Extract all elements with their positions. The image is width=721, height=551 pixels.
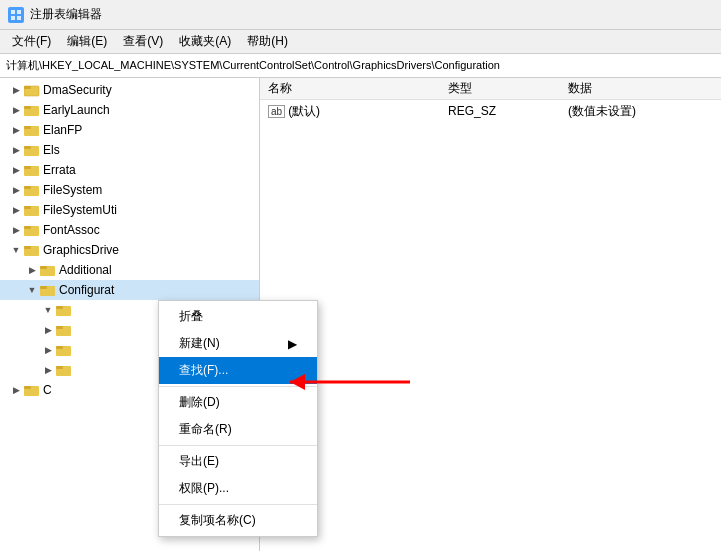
ctx-export[interactable]: 导出(E)	[159, 448, 317, 475]
svg-rect-24	[40, 266, 47, 269]
folder-icon	[24, 243, 40, 257]
tree-item-elanfp[interactable]: ▶ ElanFP	[0, 120, 259, 140]
ctx-separator-2	[159, 445, 317, 446]
svg-rect-34	[56, 366, 63, 369]
registry-row-default[interactable]: ab (默认) REG_SZ (数值未设置)	[260, 100, 721, 122]
tree-label: C	[43, 383, 52, 397]
expand-icon: ▶	[8, 122, 24, 138]
svg-rect-14	[24, 166, 31, 169]
svg-rect-16	[24, 186, 31, 189]
svg-rect-12	[24, 146, 31, 149]
ctx-rename[interactable]: 重命名(R)	[159, 416, 317, 443]
expand-icon: ▶	[8, 142, 24, 158]
tree-item-dmasecurity[interactable]: ▶ DmaSecurity	[0, 80, 259, 100]
tree-item-fontassoc[interactable]: ▶ FontAssoc	[0, 220, 259, 240]
header-data: 数据	[568, 80, 713, 97]
svg-rect-5	[24, 86, 31, 89]
tree-label: EarlyLaunch	[43, 103, 110, 117]
expand-icon: ▼	[40, 302, 56, 318]
context-menu: 折叠 新建(N) ▶ 查找(F)... 删除(D) 重命名(R) 导出(E) 权…	[158, 300, 318, 537]
tree-label: Errata	[43, 163, 76, 177]
folder-icon	[40, 263, 56, 277]
tree-label: Els	[43, 143, 60, 157]
expand-icon: ▶	[8, 382, 24, 398]
app-icon	[8, 7, 24, 23]
address-bar: 计算机\HKEY_LOCAL_MACHINE\SYSTEM\CurrentCon…	[0, 54, 721, 78]
menu-view[interactable]: 查看(V)	[115, 31, 171, 52]
reg-data: (数值未设置)	[568, 103, 713, 120]
svg-rect-8	[24, 106, 31, 109]
folder-icon	[24, 203, 40, 217]
menu-file[interactable]: 文件(F)	[4, 31, 59, 52]
header-name: 名称	[268, 80, 448, 97]
svg-rect-28	[56, 306, 63, 309]
folder-icon	[24, 143, 40, 157]
svg-rect-3	[17, 16, 21, 20]
tree-label: GraphicsDrive	[43, 243, 119, 257]
folder-icon	[40, 283, 56, 297]
reg-name: ab (默认)	[268, 103, 448, 120]
ctx-find[interactable]: 查找(F)...	[159, 357, 317, 384]
title-bar: 注册表编辑器	[0, 0, 721, 30]
window-title: 注册表编辑器	[30, 6, 102, 23]
svg-rect-22	[24, 246, 31, 249]
tree-item-graphicsdrive[interactable]: ▼ GraphicsDrive	[0, 240, 259, 260]
ctx-collapse[interactable]: 折叠	[159, 303, 317, 330]
tree-label: Additional	[59, 263, 112, 277]
svg-rect-0	[11, 10, 15, 14]
tree-item-earlylaunch[interactable]: ▶ EarlyLaunch	[0, 100, 259, 120]
tree-label: FileSystem	[43, 183, 102, 197]
ctx-new[interactable]: 新建(N) ▶	[159, 330, 317, 357]
expand-icon: ▶	[8, 222, 24, 238]
svg-rect-30	[56, 326, 63, 329]
expand-icon: ▶	[24, 262, 40, 278]
tree-label: ElanFP	[43, 123, 82, 137]
svg-rect-10	[24, 126, 31, 129]
expand-icon: ▶	[8, 162, 24, 178]
tree-label: DmaSecurity	[43, 83, 112, 97]
header-type: 类型	[448, 80, 568, 97]
expand-icon: ▼	[24, 282, 40, 298]
tree-item-configurat[interactable]: ▼ Configurat	[0, 280, 259, 300]
ctx-separator-3	[159, 504, 317, 505]
tree-item-errata[interactable]: ▶ Errata	[0, 160, 259, 180]
tree-item-els[interactable]: ▶ Els	[0, 140, 259, 160]
svg-rect-26	[40, 286, 47, 289]
main-content: ▶ DmaSecurity ▶ EarlyLaunch ▶ ElanFP ▶	[0, 78, 721, 551]
folder-icon	[24, 183, 40, 197]
menu-edit[interactable]: 编辑(E)	[59, 31, 115, 52]
tree-item-additional[interactable]: ▶ Additional	[0, 260, 259, 280]
expand-icon: ▶	[8, 82, 24, 98]
folder-icon	[56, 363, 72, 377]
reg-type: REG_SZ	[448, 104, 568, 118]
menu-help[interactable]: 帮助(H)	[239, 31, 296, 52]
svg-rect-2	[11, 16, 15, 20]
folder-icon	[56, 323, 72, 337]
ctx-separator-1	[159, 386, 317, 387]
expand-icon: ▶	[40, 322, 56, 338]
address-path: 计算机\HKEY_LOCAL_MACHINE\SYSTEM\CurrentCon…	[6, 58, 500, 73]
tree-label: Configurat	[59, 283, 114, 297]
folder-icon	[24, 83, 40, 97]
folder-icon	[56, 343, 72, 357]
folder-icon	[24, 383, 40, 397]
expand-icon: ▶	[8, 102, 24, 118]
folder-icon	[56, 303, 72, 317]
tree-label: FileSystemUti	[43, 203, 117, 217]
ctx-copy-key-name[interactable]: 复制项名称(C)	[159, 507, 317, 534]
ctx-delete[interactable]: 删除(D)	[159, 389, 317, 416]
menu-favorites[interactable]: 收藏夹(A)	[171, 31, 239, 52]
svg-rect-18	[24, 206, 31, 209]
tree-item-filesystemuti[interactable]: ▶ FileSystemUti	[0, 200, 259, 220]
expand-icon: ▶	[8, 202, 24, 218]
svg-rect-20	[24, 226, 31, 229]
folder-icon	[24, 223, 40, 237]
tree-item-filesystem[interactable]: ▶ FileSystem	[0, 180, 259, 200]
folder-icon	[24, 163, 40, 177]
folder-icon	[24, 123, 40, 137]
expand-icon: ▶	[40, 342, 56, 358]
expand-icon: ▶	[40, 362, 56, 378]
submenu-arrow: ▶	[288, 337, 297, 351]
right-panel-header: 名称 类型 数据	[260, 78, 721, 100]
ctx-permissions[interactable]: 权限(P)...	[159, 475, 317, 502]
